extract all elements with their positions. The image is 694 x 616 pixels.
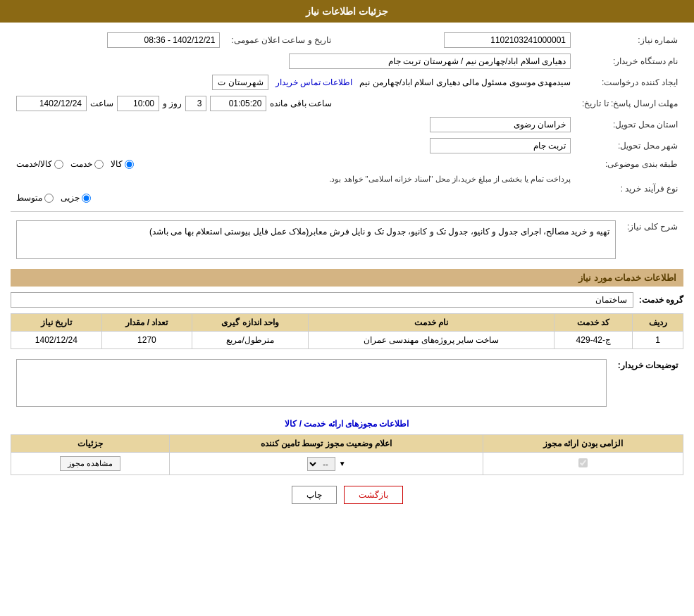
service-group-value: ساختمان xyxy=(11,292,633,308)
process-type-value: پرداخت تمام یا بخشی از مبلغ خرید،از محل … xyxy=(11,172,576,206)
view-license-button[interactable]: مشاهده مجوز xyxy=(60,456,120,471)
notes-table: توضیحات خریدار: xyxy=(11,356,683,412)
list-item: -- ▼ مشاهده مجوز xyxy=(11,453,683,475)
licenses-link[interactable]: اطلاعات مجوزهای ارائه خدمت / کالا xyxy=(11,419,683,429)
service-group-label: گروه خدمت: xyxy=(639,295,683,305)
category-value: کالا/خدمت خدمت کالا xyxy=(11,156,576,172)
radio-kala-khadamat-label: کالا/خدمت xyxy=(16,159,52,169)
back-button[interactable]: بازگشت xyxy=(344,486,403,504)
cell-qty-1: 1270 xyxy=(101,332,192,349)
overall-desc-label: شرح کلی نیاز: xyxy=(621,218,683,262)
deadline-value: 1402/12/24 ساعت 10:00 روز و 3 01:05:20 س… xyxy=(11,93,576,114)
buyer-org-label: نام دستگاه خریدار: xyxy=(576,51,683,72)
deadline-days-box: 3 xyxy=(185,96,206,111)
col-unit: واحد اندازه گیری xyxy=(192,314,309,332)
radio-jozvi-input[interactable] xyxy=(82,194,91,203)
col-row: ردیف xyxy=(633,314,683,332)
buyer-org-value: دهیاری اسلام اباد/چهارمن نیم / شهرستان ت… xyxy=(11,51,576,72)
remaining-label: ساعت باقی مانده xyxy=(270,99,332,108)
radio-jozvi-label: جزیی xyxy=(61,193,80,203)
lic-status-select[interactable]: -- xyxy=(307,457,335,471)
datetime-box: 1402/12/21 - 08:36 xyxy=(107,32,220,48)
buyer-notes-value xyxy=(11,356,612,412)
category-label: طبقه بندی موضوعی: xyxy=(576,156,683,172)
radio-khadamat-label: خدمت xyxy=(70,159,92,169)
province-box: خراسان رضوی xyxy=(430,117,571,132)
contact-info-link[interactable]: اطلاعات تماس خریدار xyxy=(275,77,353,87)
divider-1 xyxy=(11,211,683,212)
cell-date-1: 1402/12/24 xyxy=(11,332,102,349)
cell-unit-1: مترطول/مربع xyxy=(192,332,309,349)
process-description: پرداخت تمام یا بخشی از مبلغ خرید،از محل … xyxy=(16,175,571,184)
buyer-notes-input[interactable] xyxy=(16,359,607,407)
need-number-value: 1102103241000001 xyxy=(337,30,576,51)
need-number-box: 1102103241000001 xyxy=(444,32,571,48)
buyer-notes-label: توضیحات خریدار: xyxy=(612,356,683,412)
radio-kala-khadamat[interactable]: کالا/خدمت xyxy=(16,159,63,169)
radio-khadamat-input[interactable] xyxy=(94,160,104,169)
city-label: شهر محل تحویل: xyxy=(576,135,683,156)
radio-kala[interactable]: کالا xyxy=(111,159,134,169)
radio-kala-input[interactable] xyxy=(125,160,134,169)
lic-status-cell: -- ▼ xyxy=(170,453,483,475)
lic-required-cell xyxy=(483,453,683,475)
page-title: جزئیات اطلاعات نیاز xyxy=(306,6,388,17)
col-code: کد خدمت xyxy=(554,314,633,332)
page-header: جزئیات اطلاعات نیاز xyxy=(0,0,694,23)
datetime-label: تاریخ و ساعت اعلان عمومی: xyxy=(225,30,337,51)
radio-motavaset-input[interactable] xyxy=(44,194,54,203)
lic-dropdown-icon: ▼ xyxy=(339,460,346,467)
city-value: تربت جام xyxy=(11,135,576,156)
print-button[interactable]: چاپ xyxy=(292,486,337,504)
overall-desc-value: تهیه و خرید مصالح، اجرای جدول و کانیو، ج… xyxy=(11,218,621,262)
deadline-label: مهلت ارسال پاسخ: تا تاریخ: xyxy=(576,93,683,114)
footer-buttons: بازگشت چاپ xyxy=(11,486,683,504)
radio-kala-khadamat-input[interactable] xyxy=(54,160,63,169)
time-label: ساعت xyxy=(90,99,113,108)
requester-label: ایجاد کننده درخواست: xyxy=(576,72,683,93)
requester-name: سیدمهدی موسوی مسئول مالی دهیاری اسلام اب… xyxy=(359,77,571,87)
col-qty: تعداد / مقدار xyxy=(101,314,192,332)
services-section: اطلاعات خدمات مورد نیاز گروه خدمت: ساختم… xyxy=(11,269,683,412)
table-row: 1 ج-42-429 ساخت سایر پروژه‌های مهندسی عم… xyxy=(11,332,683,349)
days-label: روز و xyxy=(163,99,182,108)
process-type-label: نوع فرآیند خرید : xyxy=(576,172,683,206)
lic-details-cell: مشاهده مجوز xyxy=(11,453,170,475)
licenses-table: الزامی بودن ارائه مجوز اعلام وضعیت مجوز … xyxy=(11,434,683,475)
requester-value: سیدمهدی موسوی مسئول مالی دهیاری اسلام اب… xyxy=(11,72,576,93)
licenses-section: اطلاعات مجوزهای ارائه خدمت / کالا الزامی… xyxy=(11,419,683,475)
group-row: گروه خدمت: ساختمان xyxy=(11,292,683,308)
services-header: اطلاعات خدمات مورد نیاز xyxy=(11,269,683,287)
lic-required-checkbox xyxy=(578,458,588,467)
col-date: تاریخ نیاز xyxy=(11,314,102,332)
province-value: خراسان رضوی xyxy=(11,114,576,135)
buyer-org-box: دهیاری اسلام اباد/چهارمن نیم / شهرستان ت… xyxy=(289,54,571,69)
lic-col-status: اعلام وضعیت مجوز توسط تامین کننده xyxy=(170,435,483,453)
province-label: استان محل تحویل: xyxy=(576,114,683,135)
info-table: شماره نیاز: 1102103241000001 تاریخ و ساع… xyxy=(11,30,683,206)
cell-row-1: 1 xyxy=(633,332,683,349)
overall-desc-box: تهیه و خرید مصالح، اجرای جدول و کانیو، ج… xyxy=(16,220,616,259)
radio-khadamat[interactable]: خدمت xyxy=(70,159,104,169)
deadline-date-box: 1402/12/24 xyxy=(16,96,87,111)
cell-code-1: ج-42-429 xyxy=(554,332,633,349)
lic-col-details: جزئیات xyxy=(11,435,170,453)
radio-motavaset-label: متوسط xyxy=(16,193,42,203)
requester-suffix-box: شهرستان ت xyxy=(212,75,268,90)
col-name: نام خدمت xyxy=(308,314,554,332)
radio-jozvi[interactable]: جزیی xyxy=(61,193,91,203)
deadline-time-box: 10:00 xyxy=(117,96,159,111)
radio-motavaset[interactable]: متوسط xyxy=(16,193,54,203)
deadline-remaining-box: 01:05:20 xyxy=(210,96,266,111)
datetime-value: 1402/12/21 - 08:36 xyxy=(11,30,225,51)
cell-name-1: ساخت سایر پروژه‌های مهندسی عمران xyxy=(308,332,554,349)
city-box: تربت جام xyxy=(430,138,571,153)
lic-col-required: الزامی بودن ارائه مجوز xyxy=(483,435,683,453)
services-table: ردیف کد خدمت نام خدمت واحد اندازه گیری ت… xyxy=(11,313,683,349)
desc-table: شرح کلی نیاز: تهیه و خرید مصالح، اجرای ج… xyxy=(11,218,683,262)
radio-kala-label: کالا xyxy=(111,159,123,169)
need-number-label: شماره نیاز: xyxy=(576,30,683,51)
